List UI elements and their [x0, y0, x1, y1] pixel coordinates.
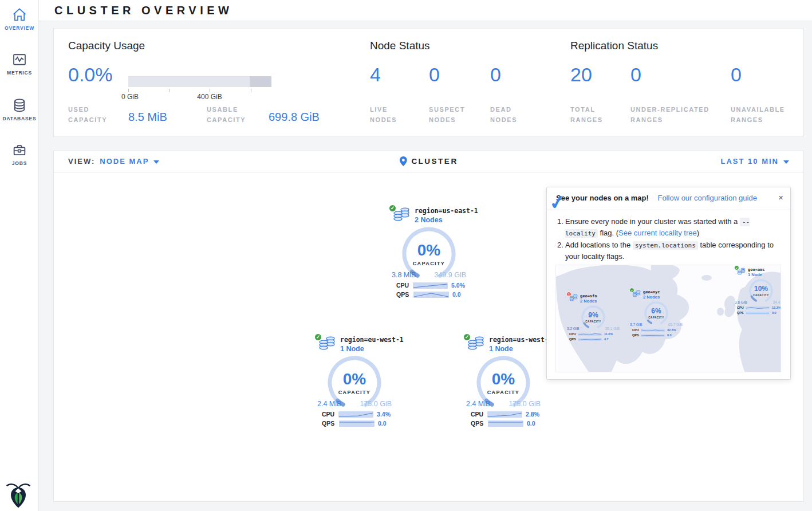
region-nodes-link[interactable]: 1 Node	[489, 345, 553, 353]
sidebar-item-overview[interactable]: OVERVIEW	[0, 7, 39, 31]
cpu-label: CPU	[569, 332, 578, 336]
close-icon[interactable]: ×	[778, 192, 783, 202]
status-ok-icon: ✓	[314, 333, 322, 341]
region-nodes-link[interactable]: 1 Node	[340, 345, 404, 353]
node-status-title: Node Status	[370, 40, 430, 52]
capacity-axis-tick	[251, 89, 251, 92]
used-capacity: 3.7 GiB	[630, 323, 642, 327]
step-number: 2.	[557, 239, 563, 251]
used-capacity-label: USED CAPACITY	[68, 105, 123, 125]
status-ok-icon: ✓	[734, 265, 739, 270]
qps-label: QPS	[396, 291, 413, 298]
cpu-label: CPU	[322, 411, 338, 418]
qps-sparkline	[746, 312, 770, 315]
usable-capacity-label: USABLE CAPACITY	[207, 105, 264, 125]
qps-value: 0.0	[527, 420, 535, 427]
region-widget-us-east-1[interactable]: ✓ region=us-east-1 2 Nodes	[386, 207, 472, 304]
capacity-percent: 0%	[327, 370, 382, 388]
sidebar-item-metrics[interactable]: METRICS	[0, 52, 39, 76]
region-nodes-link[interactable]: 2 Nodes	[415, 216, 478, 224]
capacity-label: CAPACITY	[401, 261, 456, 266]
total-ranges-value: 20	[570, 64, 592, 86]
time-range-selector[interactable]: LAST 10 MIN	[721, 157, 789, 166]
unavailable-ranges-value: 0	[731, 64, 742, 86]
qps-value: 0.0	[772, 311, 776, 315]
cpu-value: 5.0%	[451, 282, 465, 289]
capacity-axis-label: 400 GiB	[197, 93, 222, 101]
capacity-percent: 10%	[747, 285, 775, 293]
total-ranges-label: TOTAL RANGES	[570, 105, 610, 125]
qps-label: QPS	[569, 337, 578, 341]
sidebar: OVERVIEW METRICS DATABASES	[0, 0, 39, 511]
qps-value: 0.0	[452, 291, 461, 298]
used-capacity: 3.6 GiB	[735, 300, 747, 304]
header-bar: CLUSTER OVERVIEW	[39, 0, 812, 21]
capacity-axis-label: 0 GiB	[121, 93, 139, 101]
region-widget-eu-west-1[interactable]: ✓ region=eu-west-1 1 Node	[312, 336, 397, 433]
total-capacity: 65.7 GiB	[668, 323, 683, 327]
cpu-value: 11.0%	[604, 332, 613, 336]
capacity-label: CAPACITY	[327, 390, 382, 395]
sidebar-item-label: JOBS	[0, 160, 39, 166]
qps-label: QPS	[632, 333, 641, 337]
databases-icon	[11, 97, 27, 113]
region-widget-us-west-1[interactable]: ✓ region=us-west-1 1 Node	[460, 336, 546, 433]
cpu-sparkline	[338, 411, 373, 418]
chevron-down-icon	[783, 160, 789, 164]
capacity-usage-title: Capacity Usage	[68, 40, 145, 52]
qps-value: 0.0	[667, 333, 672, 337]
step-text: Add locations to the	[565, 241, 633, 249]
cpu-sparkline	[641, 329, 665, 332]
qps-sparkline	[488, 420, 523, 427]
capacity-used-percent: 0.0%	[68, 64, 113, 86]
cpu-label: CPU	[396, 282, 413, 289]
total-capacity: 175.0 GiB	[360, 400, 392, 408]
view-selector[interactable]: VIEW:NODE MAP	[68, 157, 159, 166]
qps-sparkline	[413, 292, 449, 298]
cluster-summary-card: Capacity Usage 0.0% 0 GiB 400 GiB USED C…	[53, 29, 804, 136]
capacity-bar-reserved-segment	[250, 76, 271, 87]
cpu-value: 3.4%	[377, 411, 391, 418]
done-check-icon	[547, 190, 567, 215]
under-replicated-ranges-value: 0	[630, 64, 641, 86]
used-capacity: 2.4 MiB	[466, 400, 490, 408]
used-capacity: 2.4 MiB	[317, 400, 341, 408]
popup-header: See your nodes on a map! Follow our conf…	[547, 187, 790, 210]
breadcrumb[interactable]: CLUSTER	[399, 156, 458, 166]
region-name: region=eu-west-1	[340, 336, 404, 344]
region-name: geo=nyc	[643, 290, 660, 294]
capacity-percent: 0%	[401, 241, 456, 260]
home-icon	[11, 7, 27, 23]
unavailable-ranges-label: UNAVAILABLE RANGES	[731, 105, 794, 125]
capacity-axis-tick	[169, 89, 170, 92]
suspect-nodes-value: 0	[429, 64, 440, 86]
sidebar-item-databases[interactable]: DATABASES	[0, 97, 39, 121]
capacity-percent: 9%	[580, 311, 607, 319]
configuration-guide-link[interactable]: Follow our configuration guide	[657, 194, 756, 202]
time-range-value: LAST 10 MIN	[721, 157, 779, 166]
region-name: region=us-west-1	[489, 336, 553, 344]
locality-tree-link[interactable]: See current locality tree	[618, 229, 697, 237]
popup-title: See your nodes on a map!	[556, 194, 649, 202]
metrics-icon	[11, 52, 27, 68]
chevron-down-icon	[153, 160, 159, 164]
capacity-label: CAPACITY	[476, 390, 531, 395]
capacity-label: CAPACITY	[747, 294, 775, 297]
popup-step-1: 1. Ensure every node in your cluster was…	[565, 216, 780, 238]
node-map-card: VIEW:NODE MAP CLUSTER LAST 10 MIN ✓	[53, 151, 804, 502]
replication-status-title: Replication Status	[570, 40, 658, 52]
view-selected-value: NODE MAP	[100, 157, 149, 166]
cpu-sparkline	[487, 411, 522, 418]
status-warning-icon: 1	[566, 292, 571, 297]
total-capacity: 175.0 GiB	[509, 400, 541, 408]
qps-sparkline	[641, 334, 665, 337]
qps-label: QPS	[322, 420, 339, 427]
step-text: Ensure every node in your cluster was st…	[565, 217, 740, 226]
page-title: CLUSTER OVERVIEW	[54, 4, 232, 17]
region-nodes: 2 Nodes	[643, 294, 660, 300]
status-ok-icon: ✓	[388, 204, 397, 213]
dead-nodes-value: 0	[490, 64, 501, 86]
capacity-label: CAPACITY	[642, 316, 670, 319]
sidebar-item-jobs[interactable]: JOBS	[0, 142, 39, 166]
cpu-value: 42.6%	[667, 328, 676, 332]
